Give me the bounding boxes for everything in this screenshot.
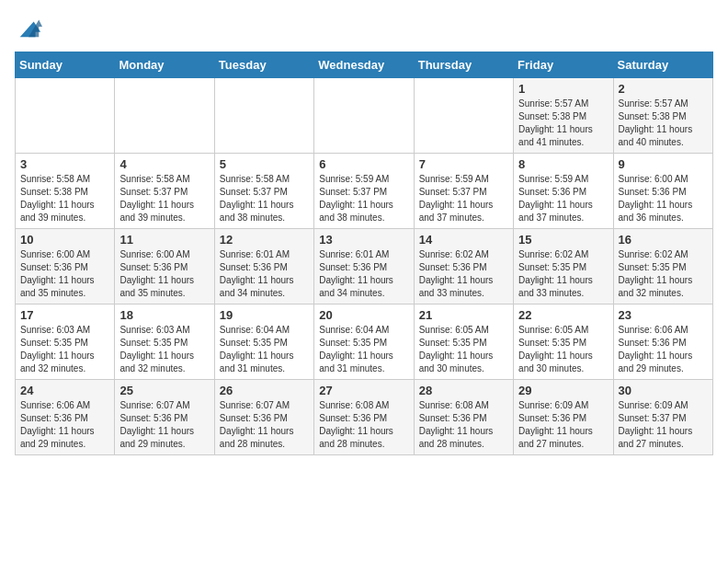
day-info: Sunrise: 6:00 AM Sunset: 5:36 PM Dayligh… — [119, 248, 209, 300]
day-info: Sunrise: 5:58 AM Sunset: 5:37 PM Dayligh… — [119, 173, 209, 224]
calendar-cell — [314, 78, 414, 154]
day-number: 8 — [518, 157, 608, 171]
day-number: 2 — [619, 82, 708, 96]
day-info: Sunrise: 6:04 AM Sunset: 5:35 PM Dayligh… — [319, 324, 408, 375]
calendar-week-row: 10Sunrise: 6:00 AM Sunset: 5:36 PM Dayli… — [16, 229, 713, 304]
calendar-week-row: 3Sunrise: 5:58 AM Sunset: 5:38 PM Daylig… — [16, 154, 713, 229]
calendar-cell — [16, 78, 115, 154]
calendar-cell: 8Sunrise: 5:59 AM Sunset: 5:36 PM Daylig… — [514, 154, 613, 229]
calendar-cell: 6Sunrise: 5:59 AM Sunset: 5:37 PM Daylig… — [314, 154, 414, 229]
day-info: Sunrise: 6:00 AM Sunset: 5:36 PM Dayligh… — [619, 173, 708, 224]
day-number: 24 — [20, 384, 109, 397]
calendar-cell: 2Sunrise: 5:57 AM Sunset: 5:38 PM Daylig… — [613, 78, 712, 154]
calendar-week-row: 17Sunrise: 6:03 AM Sunset: 5:35 PM Dayli… — [16, 304, 713, 380]
day-info: Sunrise: 6:07 AM Sunset: 5:36 PM Dayligh… — [119, 399, 209, 451]
day-number: 19 — [220, 308, 309, 322]
calendar-cell: 29Sunrise: 6:09 AM Sunset: 5:36 PM Dayli… — [514, 380, 613, 455]
logo-icon — [17, 15, 42, 40]
page-header — [15, 15, 713, 40]
day-info: Sunrise: 5:57 AM Sunset: 5:38 PM Dayligh… — [518, 98, 608, 149]
day-info: Sunrise: 6:09 AM Sunset: 5:37 PM Dayligh… — [619, 399, 708, 451]
day-number: 28 — [419, 384, 508, 397]
day-number: 7 — [419, 157, 508, 171]
calendar-cell: 10Sunrise: 6:00 AM Sunset: 5:36 PM Dayli… — [16, 229, 115, 304]
day-info: Sunrise: 6:03 AM Sunset: 5:35 PM Dayligh… — [119, 324, 209, 375]
day-number: 3 — [20, 157, 109, 171]
day-info: Sunrise: 6:08 AM Sunset: 5:36 PM Dayligh… — [319, 399, 408, 451]
day-info: Sunrise: 5:57 AM Sunset: 5:38 PM Dayligh… — [619, 98, 708, 149]
day-number: 18 — [119, 308, 209, 322]
day-number: 30 — [619, 384, 708, 397]
day-number: 10 — [20, 233, 109, 247]
calendar-cell: 12Sunrise: 6:01 AM Sunset: 5:36 PM Dayli… — [214, 229, 313, 304]
day-info: Sunrise: 6:03 AM Sunset: 5:35 PM Dayligh… — [20, 324, 109, 375]
day-number: 20 — [319, 308, 408, 322]
day-number: 22 — [518, 308, 608, 322]
day-info: Sunrise: 6:02 AM Sunset: 5:35 PM Dayligh… — [518, 248, 608, 300]
day-number: 11 — [119, 233, 209, 247]
calendar-cell: 14Sunrise: 6:02 AM Sunset: 5:36 PM Dayli… — [414, 229, 513, 304]
day-info: Sunrise: 6:09 AM Sunset: 5:36 PM Dayligh… — [518, 399, 608, 451]
day-number: 5 — [220, 157, 309, 171]
calendar-cell: 21Sunrise: 6:05 AM Sunset: 5:35 PM Dayli… — [414, 304, 513, 380]
day-info: Sunrise: 6:02 AM Sunset: 5:35 PM Dayligh… — [619, 248, 708, 300]
calendar-cell — [115, 78, 214, 154]
day-number: 16 — [619, 233, 708, 247]
day-info: Sunrise: 5:59 AM Sunset: 5:37 PM Dayligh… — [319, 173, 408, 224]
column-header-saturday: Saturday — [613, 52, 712, 78]
day-number: 14 — [419, 233, 508, 247]
day-number: 26 — [220, 384, 309, 397]
day-number: 4 — [119, 157, 209, 171]
calendar-cell: 7Sunrise: 5:59 AM Sunset: 5:37 PM Daylig… — [414, 154, 513, 229]
day-info: Sunrise: 5:58 AM Sunset: 5:38 PM Dayligh… — [20, 173, 109, 224]
calendar-cell: 13Sunrise: 6:01 AM Sunset: 5:36 PM Dayli… — [314, 229, 414, 304]
column-header-friday: Friday — [514, 52, 613, 78]
calendar-cell: 1Sunrise: 5:57 AM Sunset: 5:38 PM Daylig… — [514, 78, 613, 154]
day-info: Sunrise: 5:59 AM Sunset: 5:37 PM Dayligh… — [419, 173, 508, 224]
calendar-cell: 30Sunrise: 6:09 AM Sunset: 5:37 PM Dayli… — [613, 380, 712, 455]
day-info: Sunrise: 6:00 AM Sunset: 5:36 PM Dayligh… — [20, 248, 109, 300]
day-number: 6 — [319, 157, 408, 171]
calendar-cell: 26Sunrise: 6:07 AM Sunset: 5:36 PM Dayli… — [214, 380, 313, 455]
calendar-cell: 4Sunrise: 5:58 AM Sunset: 5:37 PM Daylig… — [115, 154, 214, 229]
day-info: Sunrise: 6:04 AM Sunset: 5:35 PM Dayligh… — [220, 324, 309, 375]
column-header-tuesday: Tuesday — [214, 52, 313, 78]
day-number: 23 — [619, 308, 708, 322]
calendar-cell: 16Sunrise: 6:02 AM Sunset: 5:35 PM Dayli… — [613, 229, 712, 304]
day-number: 1 — [518, 82, 608, 96]
day-info: Sunrise: 6:07 AM Sunset: 5:36 PM Dayligh… — [220, 399, 309, 451]
day-info: Sunrise: 6:08 AM Sunset: 5:36 PM Dayligh… — [419, 399, 508, 451]
day-info: Sunrise: 6:06 AM Sunset: 5:36 PM Dayligh… — [619, 324, 708, 375]
calendar-cell — [414, 78, 513, 154]
column-header-thursday: Thursday — [414, 52, 513, 78]
day-info: Sunrise: 6:05 AM Sunset: 5:35 PM Dayligh… — [518, 324, 608, 375]
day-number: 12 — [220, 233, 309, 247]
calendar-cell: 17Sunrise: 6:03 AM Sunset: 5:35 PM Dayli… — [16, 304, 115, 380]
calendar-cell — [214, 78, 313, 154]
calendar-cell: 19Sunrise: 6:04 AM Sunset: 5:35 PM Dayli… — [214, 304, 313, 380]
day-number: 25 — [119, 384, 209, 397]
calendar-cell: 20Sunrise: 6:04 AM Sunset: 5:35 PM Dayli… — [314, 304, 414, 380]
calendar-cell: 3Sunrise: 5:58 AM Sunset: 5:38 PM Daylig… — [16, 154, 115, 229]
day-info: Sunrise: 6:06 AM Sunset: 5:36 PM Dayligh… — [20, 399, 109, 451]
day-info: Sunrise: 5:59 AM Sunset: 5:36 PM Dayligh… — [518, 173, 608, 224]
day-number: 21 — [419, 308, 508, 322]
column-header-wednesday: Wednesday — [314, 52, 414, 78]
day-info: Sunrise: 6:05 AM Sunset: 5:35 PM Dayligh… — [419, 324, 508, 375]
column-header-sunday: Sunday — [16, 52, 115, 78]
calendar-cell: 9Sunrise: 6:00 AM Sunset: 5:36 PM Daylig… — [613, 154, 712, 229]
calendar-cell: 15Sunrise: 6:02 AM Sunset: 5:35 PM Dayli… — [514, 229, 613, 304]
day-info: Sunrise: 6:01 AM Sunset: 5:36 PM Dayligh… — [319, 248, 408, 300]
calendar-cell: 11Sunrise: 6:00 AM Sunset: 5:36 PM Dayli… — [115, 229, 214, 304]
calendar-cell: 5Sunrise: 5:58 AM Sunset: 5:37 PM Daylig… — [214, 154, 313, 229]
column-header-monday: Monday — [115, 52, 214, 78]
day-number: 15 — [518, 233, 608, 247]
day-info: Sunrise: 6:01 AM Sunset: 5:36 PM Dayligh… — [220, 248, 309, 300]
day-number: 27 — [319, 384, 408, 397]
logo — [15, 15, 42, 40]
calendar-cell: 18Sunrise: 6:03 AM Sunset: 5:35 PM Dayli… — [115, 304, 214, 380]
calendar-header-row: SundayMondayTuesdayWednesdayThursdayFrid… — [16, 52, 713, 78]
day-info: Sunrise: 5:58 AM Sunset: 5:37 PM Dayligh… — [220, 173, 309, 224]
day-info: Sunrise: 6:02 AM Sunset: 5:36 PM Dayligh… — [419, 248, 508, 300]
day-number: 29 — [518, 384, 608, 397]
